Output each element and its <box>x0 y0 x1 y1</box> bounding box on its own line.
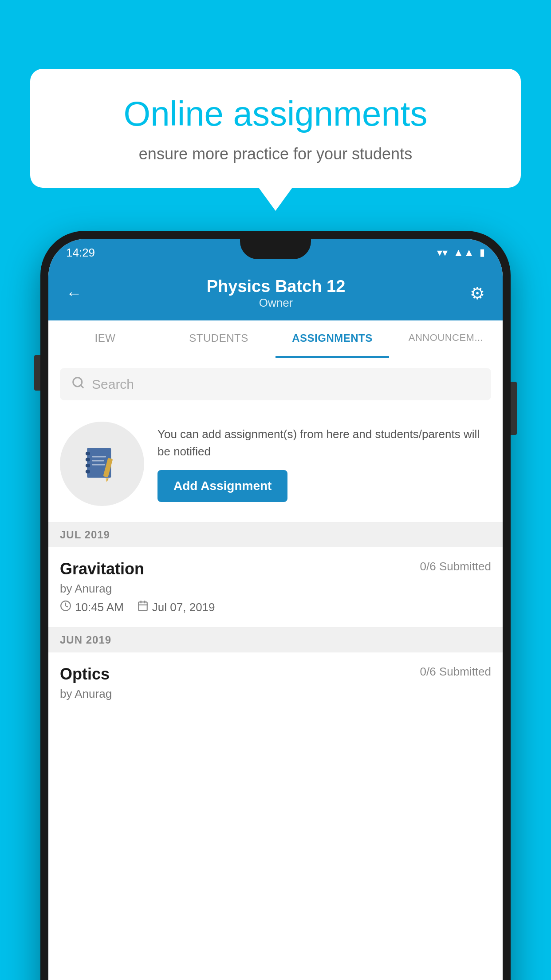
tabs-bar: IEW STUDENTS ASSIGNMENTS ANNOUNCEM... <box>48 320 503 358</box>
phone-screen: 14:29 ▾▾ ▲▲ ▮ ← Physics Batch 12 Owner ⚙… <box>48 239 503 980</box>
assignment-date: Jul 07, 2019 <box>152 601 215 614</box>
assignment-item-gravitation[interactable]: Gravitation 0/6 Submitted by Anurag <box>48 547 503 628</box>
assignment-time: 10:45 AM <box>75 601 124 614</box>
status-bar: 14:29 ▾▾ ▲▲ ▮ <box>48 239 503 266</box>
assignment-submitted: 0/6 Submitted <box>420 560 491 573</box>
speech-bubble: Online assignments ensure more practice … <box>30 69 521 188</box>
assignment-name-optics: Optics <box>60 665 110 684</box>
search-icon <box>71 376 85 392</box>
promo-icon-circle <box>60 422 144 506</box>
tab-students[interactable]: STUDENTS <box>162 320 276 358</box>
promo-description: You can add assignment(s) from here and … <box>157 426 491 460</box>
status-time: 14:29 <box>66 246 95 260</box>
clock-icon <box>60 600 71 615</box>
assignment-details: 10:45 AM Jul 07, 201 <box>60 600 491 615</box>
content-area: Search <box>48 368 503 980</box>
speech-bubble-subtitle: ensure more practice for your students <box>57 145 494 163</box>
assignment-item-optics[interactable]: Optics 0/6 Submitted by Anurag <box>48 652 503 710</box>
svg-rect-14 <box>138 602 147 611</box>
svg-rect-9 <box>92 464 105 465</box>
svg-rect-8 <box>92 460 104 461</box>
assignment-meta: by Anurag <box>60 582 491 596</box>
settings-button[interactable]: ⚙ <box>470 284 485 303</box>
header-subtitle: Owner <box>207 296 346 310</box>
promo-text-area: You can add assignment(s) from here and … <box>157 426 491 502</box>
status-icons: ▾▾ ▲▲ ▮ <box>437 246 485 259</box>
svg-rect-6 <box>86 470 90 474</box>
svg-rect-3 <box>86 452 90 455</box>
svg-rect-4 <box>86 458 90 462</box>
search-bar[interactable]: Search <box>60 368 491 400</box>
back-button[interactable]: ← <box>66 284 82 303</box>
phone-wrapper: 14:29 ▾▾ ▲▲ ▮ ← Physics Batch 12 Owner ⚙… <box>40 231 511 980</box>
search-placeholder: Search <box>92 377 134 392</box>
assignment-row1-optics: Optics 0/6 Submitted <box>60 665 491 684</box>
svg-rect-7 <box>92 456 106 457</box>
notch <box>240 239 311 259</box>
add-assignment-button[interactable]: Add Assignment <box>157 470 287 502</box>
month-separator-jul: JUL 2019 <box>48 522 503 547</box>
assignment-date-detail: Jul 07, 2019 <box>137 600 215 615</box>
assignment-time-detail: 10:45 AM <box>60 600 124 615</box>
assignment-submitted-optics: 0/6 Submitted <box>420 665 491 679</box>
notebook-icon <box>82 444 122 484</box>
signal-icon: ▲▲ <box>453 246 474 259</box>
speech-bubble-title: Online assignments <box>57 93 494 135</box>
svg-rect-5 <box>86 464 90 467</box>
header-title: Physics Batch 12 <box>207 277 346 296</box>
wifi-icon: ▾▾ <box>437 246 448 259</box>
assignment-meta-optics: by Anurag <box>60 687 491 701</box>
tab-assignments[interactable]: ASSIGNMENTS <box>276 320 389 358</box>
svg-line-1 <box>81 385 83 387</box>
promo-section: You can add assignment(s) from here and … <box>48 410 503 522</box>
tab-announcements[interactable]: ANNOUNCEM... <box>389 320 503 358</box>
header-center: Physics Batch 12 Owner <box>207 277 346 310</box>
tab-iew[interactable]: IEW <box>48 320 162 358</box>
speech-bubble-container: Online assignments ensure more practice … <box>30 69 521 188</box>
assignment-name: Gravitation <box>60 560 144 578</box>
assignment-row1: Gravitation 0/6 Submitted <box>60 560 491 578</box>
month-separator-jun: JUN 2019 <box>48 628 503 652</box>
phone-outer: 14:29 ▾▾ ▲▲ ▮ ← Physics Batch 12 Owner ⚙… <box>40 231 511 980</box>
calendar-icon <box>137 600 149 615</box>
battery-icon: ▮ <box>480 247 485 258</box>
app-header: ← Physics Batch 12 Owner ⚙ <box>48 266 503 320</box>
